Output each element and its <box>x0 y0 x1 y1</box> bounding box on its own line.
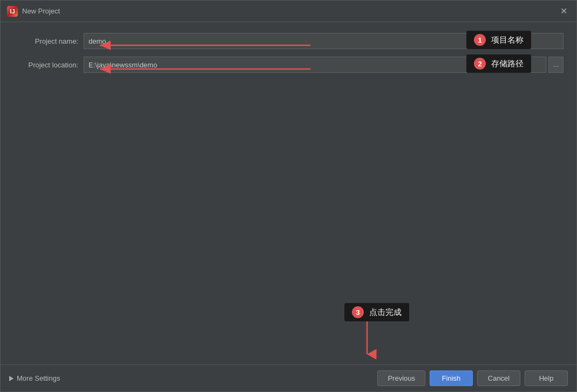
browse-button[interactable]: ... <box>548 57 564 73</box>
badge-3: 3 <box>352 306 364 318</box>
app-icon: IJ <box>7 6 18 17</box>
project-location-row: Project location: ... 2 存储路径 <box>13 57 564 73</box>
label-1: 项目名称 <box>491 35 524 45</box>
cancel-button[interactable]: Cancel <box>477 370 520 386</box>
previous-button[interactable]: Previous <box>377 370 425 386</box>
annotation-3: 3 点击完成 <box>344 303 409 321</box>
title-bar: IJ New Project ✕ <box>1 1 576 22</box>
project-location-label: Project location: <box>13 61 84 69</box>
annotation-1: 1 项目名称 <box>466 31 531 49</box>
label-2: 存储路径 <box>491 59 524 69</box>
bottom-bar: More Settings Previous Finish Cancel Hel… <box>1 365 576 391</box>
dialog-title: New Project <box>22 7 60 15</box>
project-name-row: Project name: 1 项目名称 <box>13 33 564 49</box>
title-bar-left: IJ New Project <box>7 6 60 17</box>
close-button[interactable]: ✕ <box>557 5 570 18</box>
annotation-2: 2 存储路径 <box>466 54 531 73</box>
more-settings-triangle-icon <box>9 376 13 381</box>
more-settings[interactable]: More Settings <box>9 374 60 382</box>
label-3: 点击完成 <box>369 307 402 318</box>
more-settings-label: More Settings <box>17 374 60 382</box>
arrow-3 <box>345 319 389 362</box>
badge-1: 1 <box>474 34 486 46</box>
finish-button[interactable]: Finish <box>430 370 473 386</box>
new-project-dialog: IJ New Project ✕ Project name: 1 项目名称 <box>0 0 577 392</box>
buttons-area: Previous Finish Cancel Help <box>377 370 568 386</box>
project-name-label: Project name: <box>13 37 84 45</box>
content-area: Project name: 1 项目名称 Project location: <box>1 22 576 365</box>
badge-2: 2 <box>474 58 486 70</box>
help-button[interactable]: Help <box>525 370 568 386</box>
